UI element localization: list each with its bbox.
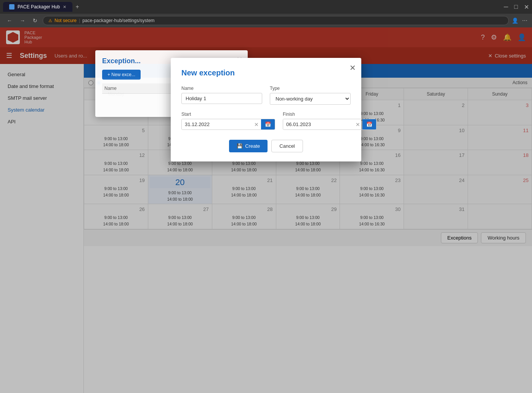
new-exception-dialog: ✕ New exception Name Type Non-working da…	[171, 58, 361, 161]
start-date-wrapper: ✕ 📅	[181, 119, 275, 130]
url-text: pace-packager-hub/settings/system	[82, 18, 154, 23]
back-button[interactable]: ←	[5, 17, 14, 24]
browser-chrome: PACE Packager Hub ✕ + ─ □ ✕	[0, 0, 532, 14]
new-exception-button-in-dialog[interactable]: + New exce...	[102, 70, 141, 80]
minimize-button[interactable]: ─	[504, 3, 508, 11]
window-close-button[interactable]: ✕	[524, 3, 529, 11]
type-group: Type Non-working day Working day Special…	[270, 86, 351, 105]
finish-group: Finish ✕ 📅	[283, 112, 377, 130]
profile-icon[interactable]: 👤	[512, 18, 518, 24]
finish-date-clear-icon[interactable]: ✕	[353, 121, 362, 128]
finish-date-wrapper: ✕ 📅	[283, 119, 377, 130]
start-finish-row: Start ✕ 📅 Finish ✕ 📅	[181, 112, 351, 130]
finish-date-input[interactable]	[283, 119, 353, 129]
menu-icon[interactable]: ⋯	[522, 18, 527, 24]
create-label: Create	[245, 143, 260, 149]
start-label: Start	[181, 112, 275, 117]
tab-title: PACE Packager Hub	[18, 4, 60, 10]
start-date-input[interactable]	[182, 119, 252, 129]
name-input[interactable]	[181, 93, 262, 104]
security-warning: ⚠	[48, 18, 52, 23]
cancel-button[interactable]: Cancel	[271, 140, 303, 152]
finish-calendar-button[interactable]: 📅	[362, 119, 376, 129]
start-group: Start ✕ 📅	[181, 112, 275, 130]
name-label: Name	[181, 86, 262, 91]
browser-nav: ← → ↻ ⚠ Not secure | pace-packager-hub/s…	[0, 14, 532, 27]
type-select[interactable]: Non-working day Working day Special hour…	[270, 93, 351, 105]
address-bar[interactable]: ⚠ Not secure | pace-packager-hub/setting…	[43, 16, 509, 25]
name-type-row: Name Type Non-working day Working day Sp…	[181, 86, 351, 105]
security-text: Not secure	[54, 18, 77, 23]
type-label: Type	[270, 86, 351, 91]
new-exception-dialog-title: New exception	[181, 69, 351, 77]
new-exception-close-icon[interactable]: ✕	[349, 63, 356, 72]
browser-tab[interactable]: PACE Packager Hub ✕	[3, 2, 72, 12]
backdrop: Exception... ✕ + New exce... Name Action…	[0, 27, 532, 393]
forward-button[interactable]: →	[18, 17, 27, 24]
maximize-button[interactable]: □	[514, 3, 518, 11]
finish-label: Finish	[283, 112, 377, 117]
tab-close-button[interactable]: ✕	[63, 5, 66, 10]
tab-favicon	[9, 4, 14, 10]
name-group: Name	[181, 86, 262, 105]
nav-icons: 👤 ⋯	[512, 18, 527, 24]
save-icon: 💾	[237, 143, 243, 149]
reload-button[interactable]: ↻	[30, 17, 40, 24]
new-tab-button[interactable]: +	[75, 3, 79, 10]
dialog-actions: 💾 Create Cancel	[181, 140, 351, 152]
start-calendar-button[interactable]: 📅	[261, 119, 275, 129]
start-date-clear-icon[interactable]: ✕	[252, 121, 261, 128]
create-button[interactable]: 💾 Create	[229, 140, 268, 152]
